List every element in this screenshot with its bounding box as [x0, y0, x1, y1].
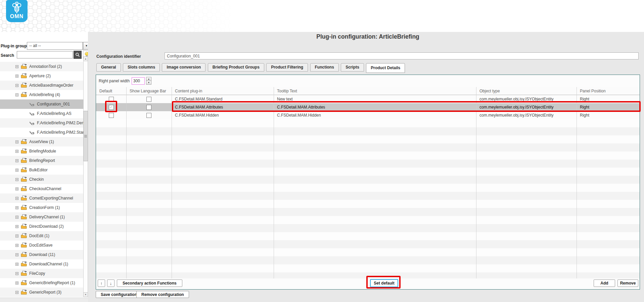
table-row-selected[interactable]: ✓ C.FSDetail.MAM.Attributes C.FSDetail.M…: [96, 103, 640, 111]
plugin-folder-icon: [21, 83, 27, 88]
tree-item-filecopy[interactable]: +FileCopy: [0, 269, 83, 278]
expand-plus-icon[interactable]: +: [15, 253, 18, 256]
tree-scroll-up-button[interactable]: ▲: [83, 56, 88, 61]
set-default-button[interactable]: Set default: [370, 279, 398, 287]
plugin-group-select[interactable]: -- all --: [27, 42, 83, 50]
expand-plus-icon[interactable]: +: [15, 244, 18, 247]
spin-down-icon: ▼: [148, 82, 150, 84]
tree-item-label: ArticleBasedImageOrder: [29, 83, 73, 88]
plugin-folder-icon: [21, 224, 27, 229]
move-up-button[interactable]: ↑: [98, 279, 105, 287]
tab-general[interactable]: General: [96, 63, 121, 72]
remove-button[interactable]: Remove: [617, 279, 638, 287]
column-header-show-language-bar: Show Language Bar: [126, 87, 172, 95]
tree-item-doceditsave[interactable]: +DocEditSave: [0, 241, 83, 250]
tree-item-download[interactable]: +Download (11): [0, 250, 83, 259]
tree-item-docedit[interactable]: +DocEdit (1): [0, 231, 83, 241]
chevron-down-icon: ▼: [85, 44, 88, 47]
plugin-folder-icon: [21, 177, 27, 182]
expand-plus-icon[interactable]: +: [15, 225, 18, 228]
expand-plus-icon[interactable]: +: [15, 84, 18, 87]
expand-plus-icon[interactable]: +: [15, 263, 18, 266]
search-input[interactable]: [17, 51, 73, 58]
search-button[interactable]: [74, 51, 82, 59]
expand-plus-icon[interactable]: +: [15, 206, 18, 209]
expand-plus-icon[interactable]: +: [15, 187, 18, 190]
tree-horizontal-scrollbar[interactable]: [0, 298, 88, 302]
tree-scrollbar-track[interactable]: [83, 61, 88, 292]
default-checkbox[interactable]: [109, 97, 114, 102]
tree-item-genericbriefingreport[interactable]: +GenericBriefingReport (1): [0, 278, 83, 288]
tree-item-assetview[interactable]: +AssetView (1): [0, 137, 83, 146]
tree-item-briefingmodule[interactable]: +BriefingModule: [0, 146, 83, 156]
expand-plus-icon[interactable]: +: [15, 159, 18, 162]
expand-plus-icon[interactable]: +: [15, 75, 18, 78]
show-language-bar-checkbox[interactable]: [146, 113, 151, 118]
default-checkbox[interactable]: ✓: [109, 105, 114, 110]
remove-configuration-button[interactable]: Remove configuration: [136, 291, 189, 298]
expand-plus-icon[interactable]: +: [15, 234, 18, 238]
tab-briefing-product-groups[interactable]: Briefing Product Groups: [208, 63, 264, 72]
column-header-tooltip-text: Tooltip Text: [274, 87, 476, 95]
plugin-folder-icon: [21, 167, 27, 173]
cell-tooltip-text: New text: [274, 97, 476, 101]
expand-plus-icon[interactable]: +: [15, 282, 18, 285]
save-configuration-button[interactable]: Save configuration: [96, 291, 142, 298]
tree-item-bulkeditor[interactable]: +BulkEditor: [0, 165, 83, 175]
expand-minus-icon[interactable]: −: [15, 93, 18, 96]
tree-item-articlebasedimageorder[interactable]: +ArticleBasedImageOrder: [0, 81, 83, 90]
stepper-down-button[interactable]: ▼: [146, 81, 151, 85]
wrench-icon: [30, 102, 34, 106]
tab-slots-columns[interactable]: Slots columns: [123, 63, 160, 72]
search-label: Search: [1, 53, 14, 58]
tree-item-checkoutchannel[interactable]: +CheckoutChannel: [0, 184, 83, 193]
configuration-identifier-input[interactable]: [165, 52, 639, 59]
tree-item-downloadchannel[interactable]: +DownloadChannel (1): [0, 259, 83, 269]
expand-plus-icon[interactable]: +: [15, 216, 18, 219]
expand-plus-icon[interactable]: +: [15, 140, 18, 143]
tab-functions[interactable]: Functions: [310, 63, 339, 72]
tab-scripts[interactable]: Scripts: [341, 63, 364, 72]
expand-plus-icon[interactable]: +: [15, 197, 18, 200]
tree-scroll-down-button[interactable]: ▼: [83, 292, 88, 297]
tab-product-filtering[interactable]: Product Filtering: [266, 63, 308, 72]
tree-item-label: DownloadChannel (1): [29, 262, 68, 266]
expand-plus-icon[interactable]: +: [15, 150, 18, 153]
tree-item-configuration-001[interactable]: Configuration_001: [0, 99, 83, 109]
expand-plus-icon[interactable]: +: [15, 272, 18, 275]
tree-item-f-articlebriefing-pim2-demo[interactable]: F.ArticleBriefing.PIM2.Demo: [0, 118, 83, 128]
tree-item-cometexportingchannel[interactable]: +CometExportingChannel: [0, 193, 83, 203]
show-language-bar-checkbox[interactable]: [146, 97, 151, 102]
secondary-action-functions-button[interactable]: Secondary action Functions: [117, 279, 182, 287]
tree-item-checkin[interactable]: +Checkin: [0, 175, 83, 184]
move-down-button[interactable]: ↓: [107, 279, 114, 287]
tree-item-label: CreationForm (1): [29, 205, 60, 210]
tree-item-briefingreport[interactable]: +BriefingReport: [0, 156, 83, 165]
tree-item-directdownload[interactable]: +DirectDownload (2): [0, 222, 83, 231]
honeycomb-header-pattern: [0, 0, 329, 32]
table-row[interactable]: C.FSDetail.MAM.Standard New text com.mey…: [96, 95, 640, 103]
tree-item-deliverychannel[interactable]: +DeliveryChannel (1): [0, 212, 83, 222]
tree-scrollbar-thumb[interactable]: [83, 111, 88, 161]
show-language-bar-checkbox[interactable]: [146, 105, 151, 110]
tree-item-f-articlebriefing-as[interactable]: F.ArticleBriefing.AS: [0, 109, 83, 118]
tree-item-f-articlebriefing-pim2-standard[interactable]: F.ArticleBriefing.PIM2.Standard: [0, 128, 83, 137]
right-panel-width-input[interactable]: [132, 77, 145, 85]
wrench-icon: [30, 121, 34, 125]
expand-plus-icon[interactable]: +: [15, 291, 18, 294]
tree-item-label: F.ArticleBriefing.AS: [37, 111, 72, 116]
expand-plus-icon[interactable]: +: [15, 169, 18, 172]
tab-product-details[interactable]: Product Details: [366, 63, 405, 73]
tree-item-articlebriefing[interactable]: −ArticleBriefing (4): [0, 90, 83, 99]
tree-item-annotationtool[interactable]: +AnnotationTool (2): [0, 62, 83, 71]
tree-item-genericreport[interactable]: +GenericReport (3): [0, 288, 83, 297]
expand-plus-icon[interactable]: +: [15, 65, 18, 68]
tab-image-conversion[interactable]: Image conversion: [162, 63, 205, 72]
tree-item-creationform[interactable]: +CreationForm (1): [0, 203, 83, 212]
table-row[interactable]: C.FSDetail.MAM.Hidden C.FSDetail.MAM.Hid…: [96, 111, 640, 119]
add-button[interactable]: Add: [594, 279, 615, 287]
tree-item-aperture[interactable]: +Aperture (2): [0, 71, 83, 81]
expand-plus-icon[interactable]: +: [15, 178, 18, 181]
column-header-object-type: Object type: [476, 87, 577, 95]
default-checkbox[interactable]: [109, 113, 114, 118]
